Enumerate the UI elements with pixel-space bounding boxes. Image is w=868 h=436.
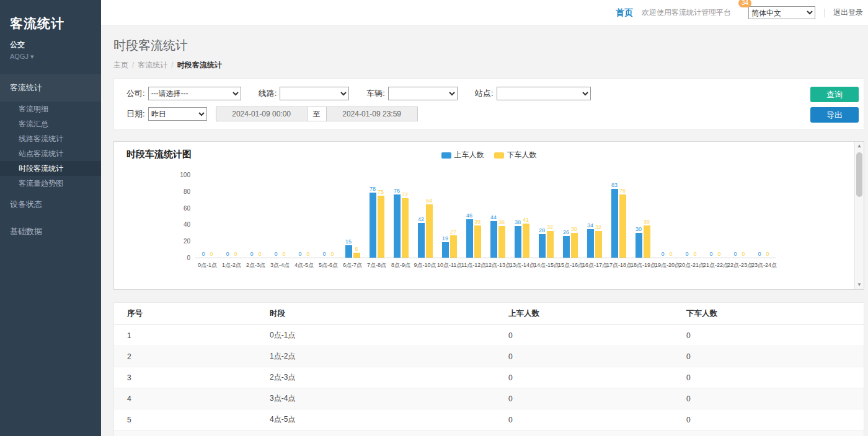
bar-value-label: 0 <box>733 251 737 257</box>
x-axis-label: 10点-11点 <box>437 261 461 269</box>
bar[interactable] <box>498 226 505 258</box>
bar[interactable] <box>644 225 650 258</box>
bar-group: 00 <box>219 251 244 258</box>
date-end-input[interactable] <box>326 107 418 121</box>
table-row[interactable]: 65点-6点00 <box>114 430 864 436</box>
bar-value-label: 0 <box>234 251 237 257</box>
bar[interactable] <box>394 194 401 258</box>
home-link[interactable]: 首页 <box>616 7 633 19</box>
app-title: 客流统计 <box>0 0 101 40</box>
chevron-down-icon: ▾ <box>30 53 34 60</box>
bar-column: 0 <box>764 251 771 258</box>
bar[interactable] <box>474 225 481 258</box>
legend-item[interactable]: 下车人数 <box>494 150 537 160</box>
sidebar-item[interactable]: 时段客流统计 <box>0 161 101 176</box>
x-axis-label: 23点-24点 <box>751 261 776 269</box>
x-axis-label: 19点-20点 <box>655 261 679 269</box>
y-axis-label: 60 <box>184 205 190 212</box>
table-row[interactable]: 43点-4点00 <box>114 388 864 409</box>
sidebar-item[interactable]: 客流明细 <box>0 102 101 116</box>
logout-link[interactable]: 退出登录 <box>833 7 863 18</box>
welcome-text: 欢迎使用客流统计管理平台 <box>642 7 731 18</box>
bar[interactable] <box>595 231 602 258</box>
breadcrumb-separator: / <box>132 61 134 69</box>
bar[interactable] <box>378 196 384 258</box>
bar-column: 34 <box>587 222 594 258</box>
station-select[interactable] <box>497 87 591 100</box>
bar[interactable] <box>611 189 618 258</box>
scroll-up-icon[interactable]: ▲ <box>857 144 862 149</box>
breadcrumb-item[interactable]: 主页 <box>113 61 128 69</box>
line-select[interactable] <box>280 87 349 100</box>
bar-column: 41 <box>522 217 529 258</box>
bar[interactable] <box>450 235 457 258</box>
table-row[interactable]: 54点-5点00 <box>114 409 864 430</box>
vehicle-select[interactable] <box>388 87 458 100</box>
bar-groups: 0000000000001567875767242641927463944383… <box>195 175 776 258</box>
legend-item[interactable]: 上车人数 <box>441 150 484 160</box>
breadcrumb-item: 时段客流统计 <box>177 61 222 69</box>
bar[interactable] <box>442 242 449 258</box>
chart-scrollbar[interactable]: ▲ ▼ <box>854 142 864 289</box>
org-name: 公交 <box>10 40 91 50</box>
language-group: 34 简体中文 <box>748 6 815 19</box>
date-start-input[interactable] <box>216 107 308 121</box>
bar[interactable] <box>539 234 546 258</box>
y-axis-label: 0 <box>187 255 190 261</box>
x-axis-label: 9点-10点 <box>413 261 437 269</box>
result-table-card: 序号时段上车人数下车人数 10点-1点0021点-2点0032点-3点0043点… <box>113 302 864 436</box>
sidebar-item[interactable]: 客流量趋势图 <box>0 176 101 191</box>
bar[interactable] <box>345 245 352 258</box>
bar[interactable] <box>370 193 376 258</box>
sidebar-section-label[interactable]: 基础数据 <box>0 218 101 245</box>
bar[interactable] <box>466 219 473 258</box>
sidebar-section-label[interactable]: 客流统计 <box>0 74 101 102</box>
language-select[interactable]: 简体中文 <box>748 6 815 19</box>
bar[interactable] <box>523 224 529 258</box>
user-menu[interactable]: AQGJ ▾ <box>10 53 91 61</box>
scrollbar-thumb[interactable] <box>856 152 862 197</box>
bar[interactable] <box>571 233 578 258</box>
table-cell: 6 <box>114 430 270 436</box>
bar-column: 6 <box>353 246 360 258</box>
bar-group: 00 <box>268 251 292 258</box>
sidebar-item[interactable]: 线路客流统计 <box>0 131 101 146</box>
table-cell: 0 <box>508 325 686 346</box>
date-preset-select[interactable]: 昨日 <box>148 107 207 121</box>
sidebar-item[interactable]: 客流汇总 <box>0 116 101 131</box>
bar-group: 00 <box>195 251 219 258</box>
bar[interactable] <box>490 221 497 258</box>
bar[interactable] <box>353 253 360 258</box>
table-cell: 0 <box>686 430 864 436</box>
bar[interactable] <box>636 233 642 258</box>
bar-value-label: 0 <box>717 251 720 257</box>
breadcrumb-item[interactable]: 客流统计 <box>138 61 167 69</box>
sidebar-item[interactable]: 站点客流统计 <box>0 146 101 161</box>
notification-badge[interactable]: 34 <box>738 0 751 7</box>
legend-label: 下车人数 <box>507 150 537 160</box>
query-button[interactable]: 查询 <box>810 87 859 102</box>
sidebar-section-label[interactable]: 设备状态 <box>0 191 101 218</box>
y-axis-label: 100 <box>180 172 190 178</box>
bar-column: 39 <box>474 219 481 258</box>
bar-value-label: 30 <box>571 226 577 232</box>
table-row[interactable]: 21点-2点00 <box>114 346 864 367</box>
bar[interactable] <box>515 226 521 258</box>
scroll-down-icon[interactable]: ▼ <box>857 282 862 287</box>
bar[interactable] <box>402 198 409 258</box>
bar-value-label: 0 <box>758 251 761 257</box>
bar-value-label: 0 <box>766 251 769 257</box>
bar-value-label: 83 <box>611 182 618 188</box>
bar[interactable] <box>619 194 626 258</box>
bar[interactable] <box>547 231 554 258</box>
table-row[interactable]: 10点-1点00 <box>114 325 864 346</box>
export-button[interactable]: 导出 <box>810 107 859 123</box>
table-row[interactable]: 32点-3点00 <box>114 367 864 388</box>
bar[interactable] <box>587 229 594 258</box>
bar-value-label: 39 <box>644 219 650 225</box>
company-select[interactable]: ---请选择--- <box>148 87 241 100</box>
main-area: 首页 欢迎使用客流统计管理平台 34 简体中文 退出登录 时段客流统计 主页/客… <box>101 0 868 436</box>
bar[interactable] <box>563 236 570 258</box>
bar[interactable] <box>418 223 425 258</box>
bar[interactable] <box>426 204 433 258</box>
